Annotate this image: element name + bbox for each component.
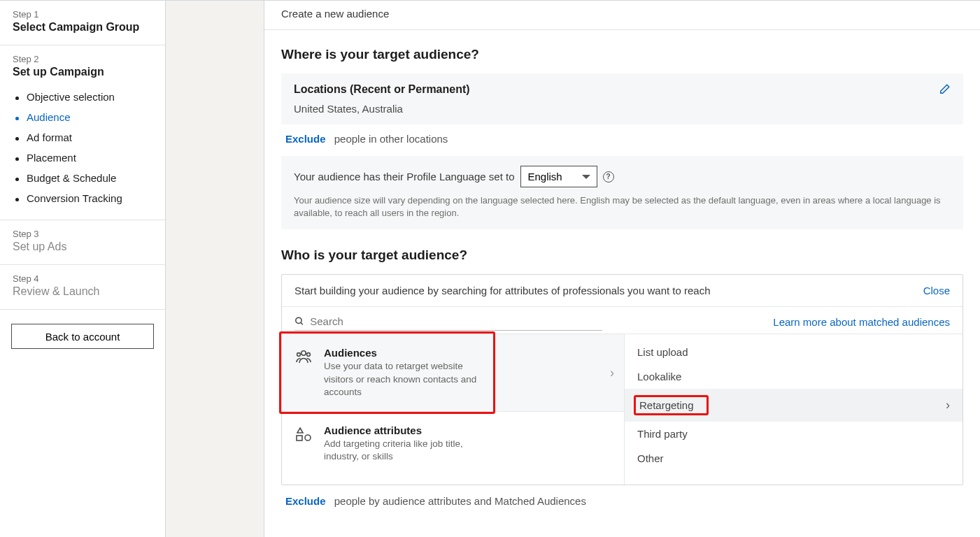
svg-rect-5 — [297, 436, 302, 441]
main-content: Create a new audience Where is your targ… — [264, 1, 980, 537]
step-title: Review & Launch — [13, 285, 152, 298]
substep-ad-format[interactable]: Ad format — [13, 127, 152, 148]
category-desc: Use your data to retarget website visito… — [324, 360, 492, 399]
close-link[interactable]: Close — [923, 285, 950, 296]
category-audience-attributes[interactable]: Audience attributes Add targeting criter… — [282, 412, 624, 475]
step-title: Select Campaign Group — [13, 21, 152, 34]
search-input[interactable] — [310, 315, 602, 327]
substep-budget-schedule[interactable]: Budget & Schedule — [13, 168, 152, 188]
category-desc: Add targeting criteria like job title, i… — [324, 438, 492, 463]
section-who-heading: Who is your target audience? — [281, 248, 963, 263]
step-2[interactable]: Step 2 Set up Campaign Objective selecti… — [0, 45, 165, 220]
locations-title: Locations (Recent or Permanent) — [294, 83, 951, 96]
step-label: Step 3 — [13, 229, 152, 239]
subitem-retargeting[interactable]: Retargeting › — [625, 389, 963, 422]
help-icon[interactable]: ? — [603, 171, 614, 182]
svg-line-1 — [301, 323, 303, 325]
exclude-link[interactable]: Exclude — [285, 495, 326, 507]
step-1[interactable]: Step 1 Select Campaign Group — [0, 1, 165, 45]
exclude-text: people in other locations — [334, 133, 448, 145]
language-prefix: Your audience has their Profile Language… — [294, 171, 515, 182]
category-column: Audiences Use your data to retarget webs… — [282, 334, 625, 485]
subitem-column: List upload Lookalike Retargeting › Thir… — [625, 334, 963, 485]
substep-placement[interactable]: Placement — [13, 148, 152, 168]
step-label: Step 4 — [13, 273, 152, 284]
exclude-link[interactable]: Exclude — [285, 133, 326, 145]
svg-point-2 — [301, 351, 306, 355]
substep-audience[interactable]: Audience — [13, 107, 152, 127]
step-label: Step 2 — [13, 54, 152, 64]
search-box[interactable] — [294, 313, 602, 331]
subitem-other[interactable]: Other — [625, 446, 963, 471]
substeps: Objective selection Audience Ad format P… — [13, 87, 152, 208]
exclude-locations-row: Exclude people in other locations — [281, 124, 963, 145]
search-icon — [294, 316, 304, 327]
chevron-right-icon: › — [946, 398, 950, 413]
category-title: Audience attributes — [324, 424, 611, 436]
svg-point-3 — [297, 353, 301, 357]
substep-objective-selection[interactable]: Objective selection — [13, 87, 152, 107]
step-3[interactable]: Step 3 Set up Ads — [0, 220, 165, 265]
language-select[interactable]: English — [520, 166, 597, 187]
edit-icon[interactable] — [938, 83, 951, 99]
audience-builder: Start building your audience by searchin… — [281, 274, 963, 485]
svg-point-6 — [305, 435, 311, 441]
language-card: Your audience has their Profile Language… — [281, 156, 963, 229]
subitem-list-upload[interactable]: List upload — [625, 340, 963, 364]
builder-intro: Start building your audience by searchin… — [294, 285, 711, 296]
shapes-icon — [294, 426, 313, 443]
learn-more-link[interactable]: Learn more about matched audiences — [773, 316, 950, 328]
exclude-attributes-row: Exclude people by audience attributes an… — [281, 485, 963, 507]
svg-point-0 — [296, 318, 301, 324]
gap-column — [166, 1, 264, 537]
category-audiences[interactable]: Audiences Use your data to retarget webs… — [282, 334, 624, 412]
section-where-heading: Where is your target audience? — [281, 47, 963, 62]
substep-conversion-tracking[interactable]: Conversion Tracking — [13, 188, 152, 208]
svg-point-4 — [307, 353, 311, 357]
locations-card: Locations (Recent or Permanent) United S… — [281, 73, 963, 124]
page-title: Create a new audience — [264, 1, 980, 30]
chevron-right-icon: › — [610, 366, 614, 380]
step-4[interactable]: Step 4 Review & Launch — [0, 265, 165, 310]
category-title: Audiences — [324, 347, 611, 359]
step-label: Step 1 — [13, 9, 152, 20]
subitem-lookalike[interactable]: Lookalike — [625, 364, 963, 389]
locations-value: United States, Australia — [294, 103, 951, 115]
step-title: Set up Ads — [13, 241, 152, 253]
highlight-retargeting: Retargeting — [634, 395, 709, 415]
language-note: Your audience size will vary depending o… — [294, 194, 951, 220]
exclude-text: people by audience attributes and Matche… — [334, 495, 586, 507]
sidebar: Step 1 Select Campaign Group Step 2 Set … — [0, 1, 166, 537]
back-to-account-button[interactable]: Back to account — [11, 324, 154, 349]
people-icon — [294, 348, 313, 365]
step-title: Set up Campaign — [13, 66, 152, 78]
subitem-third-party[interactable]: Third party — [625, 422, 963, 446]
